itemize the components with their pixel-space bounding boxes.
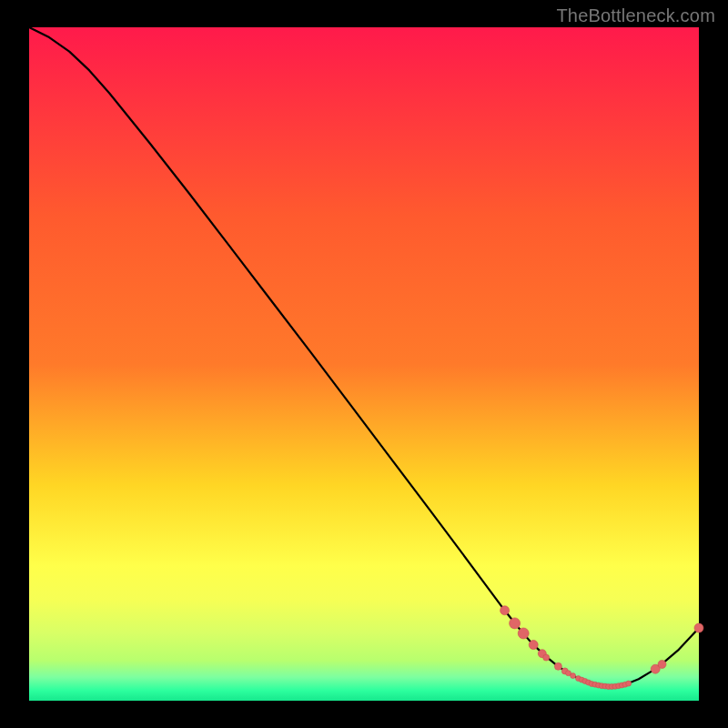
data-point: [554, 662, 561, 670]
plot-background: [29, 27, 699, 701]
data-point: [510, 618, 521, 629]
data-point: [518, 628, 529, 639]
data-point: [658, 661, 666, 669]
data-point: [694, 623, 703, 632]
bottleneck-chart: [0, 0, 728, 728]
data-point: [626, 681, 632, 686]
chart-stage: TheBottleneck.com: [0, 0, 728, 728]
data-point: [543, 654, 550, 661]
data-point: [500, 606, 510, 615]
data-point: [529, 641, 538, 650]
data-point: [571, 673, 576, 679]
